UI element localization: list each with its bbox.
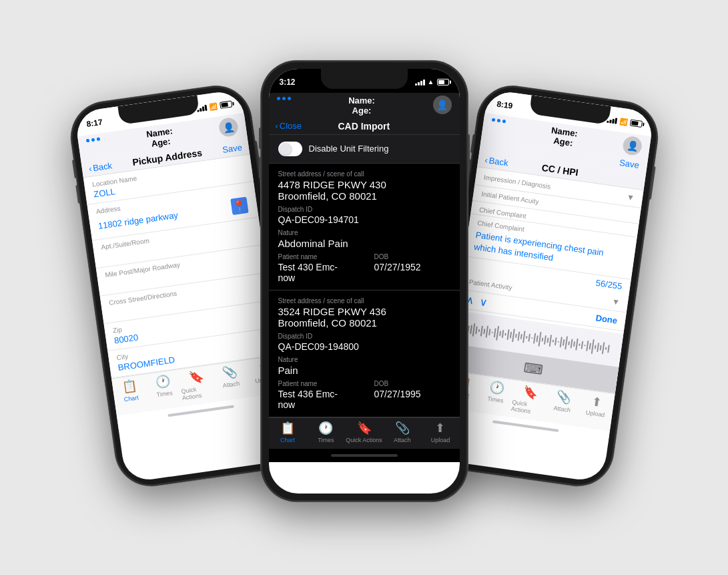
r-power-button[interactable] [649,166,655,200]
r-tab-quick-actions[interactable]: 🔖 Quick Actions [510,383,548,417]
tab-quick-actions[interactable]: 🔖 Quick Actions [178,367,216,401]
center-tab-chart[interactable]: 📋 Chart [269,421,307,443]
svg-rect-43 [570,339,573,348]
svg-rect-41 [565,336,568,349]
toggle-label: Disable Unit Filtering [309,144,389,154]
center-nav-title: CAD Import [302,121,426,132]
tab-times[interactable]: 🕐 Times [145,372,182,406]
center-signal-icon [415,79,425,85]
center-battery-icon [437,79,449,85]
rdot2 [496,118,500,122]
right-battery-icon [629,119,642,127]
center-tab-upload[interactable]: ⬆ Upload [421,421,459,443]
patient-col-2: Patient name Test 436 Emc-now [278,380,354,410]
center-avatar[interactable]: 👤 [433,95,452,114]
svg-rect-28 [530,337,532,339]
svg-rect-15 [496,326,499,341]
times-tab-icon: 🕐 [154,373,171,390]
volume-down-button-c[interactable] [259,157,261,178]
tab-attach[interactable]: 📎 Attach [212,363,249,397]
svg-rect-47 [581,341,583,349]
attach-tab-icon: 📎 [221,364,238,381]
volume-up-button[interactable] [71,160,76,178]
c-upload-tab-label: Upload [431,437,450,443]
svg-rect-16 [499,331,501,336]
svg-rect-36 [552,339,554,342]
svg-rect-55 [601,342,604,354]
save-button[interactable]: Save [222,142,242,154]
dob-label-1: DOB [374,253,450,260]
svg-rect-26 [525,336,527,339]
center-avatar-icon: 👤 [436,100,448,110]
chart-tab-label: Chart [123,394,139,403]
center-header-nameage: Name: Age: [348,95,375,116]
center-tab-attach[interactable]: 📎 Attach [383,421,421,443]
right-avatar-icon: 👤 [626,140,639,152]
nature-value-2: Pain [278,365,450,376]
avatar[interactable]: 👤 [218,116,239,138]
r-times-tab-icon: 🕐 [488,379,505,396]
cad-entry-1[interactable]: Street address / scene of call 4478 RIDG… [269,164,460,291]
dispatch-value-2: QA-DEC09-194800 [278,341,450,352]
svg-rect-5 [470,325,472,334]
tab-chart[interactable]: 📋 Chart [111,377,149,411]
svg-rect-23 [517,331,520,341]
svg-rect-7 [475,326,478,334]
street-value-2: 3524 RIDGE PKWY 436Broomfield, CO 80021 [278,306,450,329]
cad-entry-2[interactable]: Street address / scene of call 3524 RIDG… [269,291,460,417]
back-button[interactable]: ‹ Back [87,160,112,173]
dob-col-1: DOB 07/27/1952 [374,253,450,283]
r-tab-attach[interactable]: 📎 Attach [544,387,581,421]
down-button[interactable]: ∨ [478,295,488,309]
scene: 8:17 📶 [0,0,728,575]
dispatch-label-1: Dispatch ID [278,206,450,213]
patient-col-1: Patient name Test 430 Emc-now [278,253,354,283]
attach-tab-label: Attach [222,379,240,388]
toggle-switch[interactable] [278,142,302,156]
c-chart-tab-icon: 📋 [280,421,295,435]
right-header-nameage: Name: Age: [549,125,579,148]
r-tab-times[interactable]: 🕐 Times [477,378,514,412]
volume-up-button-c[interactable] [259,128,261,149]
svg-rect-49 [586,341,589,351]
svg-rect-52 [594,345,596,349]
keyboard-icon: ⌨ [522,359,544,378]
r-times-tab-label: Times [486,395,503,404]
done-button[interactable]: Done [595,313,617,325]
svg-rect-21 [511,329,514,342]
svg-rect-33 [543,335,546,345]
r-volume-up-button[interactable] [470,134,474,152]
r-upload-tab-label: Upload [585,409,605,418]
center-tab-bar: 📋 Chart 🕐 Times 🔖 Quick Actions 📎 Attach… [269,417,460,449]
right-form: Impression / Diagnosis ▼ Initial Patient… [448,167,643,393]
center-tab-times[interactable]: 🕐 Times [307,421,345,443]
center-wifi-icon: ▲ [428,78,434,85]
svg-rect-44 [573,341,575,347]
svg-rect-11 [485,326,488,338]
svg-rect-39 [559,337,562,347]
power-button-c[interactable] [468,134,470,172]
volume-down-button[interactable] [75,184,80,203]
dob-col-2: DOB 07/27/1995 [374,380,450,410]
center-header-age: Age: [348,106,375,116]
right-header-actions: 👤 [621,135,643,156]
svg-rect-56 [605,347,607,350]
svg-rect-19 [506,329,509,340]
cdot1 [277,97,280,100]
r-tab-upload[interactable]: ⬆ Upload [577,392,615,426]
right-avatar[interactable]: 👤 [621,135,643,156]
cad-list: Street address / scene of call 4478 RIDG… [269,164,460,417]
disable-unit-filtering-toggle[interactable]: Disable Unit Filtering [269,135,460,164]
c-times-tab-icon: 🕐 [318,421,333,435]
r-quick-actions-tab-label: Quick Actions [510,399,546,417]
center-tab-quick-actions[interactable]: 🔖 Quick Actions [345,421,383,443]
right-back-button[interactable]: ‹ Back [484,154,508,168]
svg-rect-29 [532,333,535,344]
street-label-1: Street address / scene of call [278,170,450,178]
close-button[interactable]: ‹ Close [276,121,302,131]
nature-label-2: Nature [278,356,450,363]
street-label-2: Street address / scene of call [278,297,450,305]
dob-value-2: 07/27/1995 [374,389,450,399]
dob-value-1: 07/27/1952 [374,262,450,272]
center-home-indicator [269,449,460,462]
